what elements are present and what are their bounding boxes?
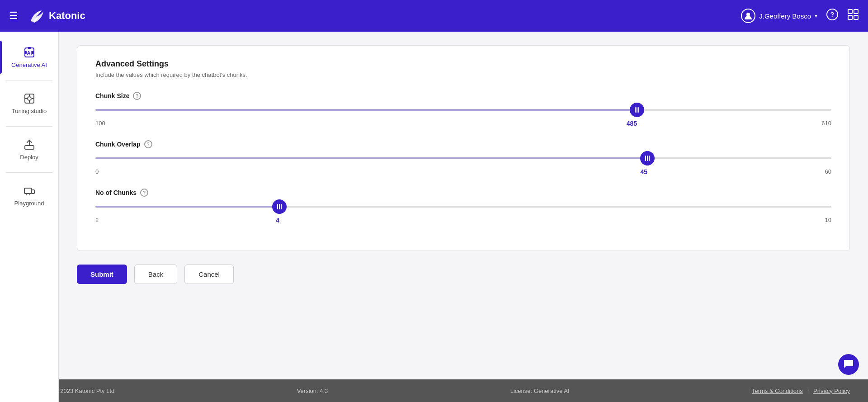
app-footer: Copyright 2023 Katonic Pty Ltd Version: … <box>0 379 868 402</box>
chunk-overlap-help-icon[interactable]: ? <box>144 140 152 148</box>
terms-conditions-link[interactable]: Terms & Conditions <box>752 388 803 394</box>
no-of-chunks-slider-container: 4 2 10 <box>95 206 831 223</box>
chunk-overlap-bounds: 0 60 <box>95 168 831 175</box>
no-of-chunks-min: 2 <box>95 217 99 223</box>
chunk-overlap-section: Chunk Overlap ? 45 0 <box>95 140 831 175</box>
thumb-line <box>645 156 646 161</box>
user-menu[interactable]: J.Geoffery Bosco ▾ <box>741 9 817 23</box>
playground-icon <box>23 184 36 197</box>
footer-version-text: Version: 4.3 <box>297 388 328 394</box>
svg-rect-3 <box>848 9 852 14</box>
footer-version: Version: 4.3 <box>297 388 328 394</box>
sidebar-item-playground[interactable]: Playground <box>0 179 58 212</box>
chunk-size-label: Chunk Size ? <box>95 92 831 100</box>
advanced-settings-card: Advanced Settings Include the values whi… <box>77 45 850 251</box>
chunk-overlap-slider-container: 45 0 60 <box>95 157 831 175</box>
chunk-size-max: 610 <box>821 120 831 127</box>
thumb-lines <box>277 204 282 209</box>
thumb-line <box>637 107 637 113</box>
thumb-line <box>635 107 636 113</box>
submit-button[interactable]: Submit <box>77 265 127 284</box>
user-name: J.Geoffery Bosco <box>759 12 811 20</box>
svg-rect-15 <box>24 188 32 194</box>
logo-text: Katonic <box>49 10 85 22</box>
thumb-line <box>277 204 278 209</box>
chat-bubble-icon <box>843 359 854 370</box>
footer-license-text: License: Generative AI <box>510 388 570 394</box>
no-of-chunks-label: No of Chunks ? <box>95 189 831 197</box>
svg-rect-11 <box>32 51 34 54</box>
hamburger-menu-icon[interactable]: ☰ <box>9 10 18 22</box>
svg-rect-6 <box>854 15 858 19</box>
svg-text:?: ? <box>830 11 835 18</box>
footer-links: Terms & Conditions | Privacy Policy <box>752 388 850 394</box>
expand-icon[interactable] <box>847 9 859 23</box>
sidebar-item-generative-ai[interactable]: AI Generative AI <box>0 41 58 74</box>
cancel-button[interactable]: Cancel <box>184 265 234 284</box>
thumb-line <box>647 156 648 161</box>
svg-rect-5 <box>848 15 852 19</box>
sidebar: AI Generative AI Tuning studio Deploy <box>0 32 59 402</box>
privacy-policy-link[interactable]: Privacy Policy <box>813 388 850 394</box>
logo-icon <box>27 7 45 25</box>
no-of-chunks-help-icon[interactable]: ? <box>140 189 148 197</box>
sidebar-divider-3 <box>6 172 52 173</box>
sidebar-divider-1 <box>6 80 52 80</box>
footer-divider: | <box>807 388 809 394</box>
no-of-chunks-value: 4 <box>276 217 279 224</box>
thumb-line <box>649 156 650 161</box>
chunk-size-help-icon[interactable]: ? <box>133 92 141 100</box>
no-of-chunks-thumb[interactable]: 4 <box>272 199 287 214</box>
no-of-chunks-bounds: 2 10 <box>95 217 831 223</box>
sidebar-divider-2 <box>6 126 52 127</box>
svg-rect-10 <box>25 51 27 54</box>
svg-point-0 <box>746 13 750 16</box>
thumb-line <box>281 204 282 209</box>
svg-rect-9 <box>28 47 31 49</box>
header-right: J.Geoffery Bosco ▾ ? <box>741 9 859 23</box>
chunk-overlap-thumb[interactable]: 45 <box>640 151 655 166</box>
chunk-overlap-value: 45 <box>640 168 647 175</box>
chunk-size-thumb[interactable]: 485 <box>630 103 644 117</box>
chevron-down-icon: ▾ <box>815 13 817 19</box>
thumb-lines <box>645 156 650 161</box>
tuning-studio-icon <box>23 92 36 105</box>
header-left: ☰ Katonic <box>9 7 85 25</box>
no-of-chunks-max: 10 <box>825 217 831 223</box>
sidebar-item-tuning-studio[interactable]: Tuning studio <box>0 87 58 120</box>
section-title: Advanced Settings <box>95 59 831 69</box>
chunk-size-section: Chunk Size ? 485 100 <box>95 92 831 127</box>
app-header: ☰ Katonic J.Geoffery Bosco ▾ ? <box>0 0 868 32</box>
svg-rect-14 <box>25 146 34 149</box>
thumb-line <box>279 204 280 209</box>
action-buttons: Submit Back Cancel <box>77 265 850 284</box>
thumb-line <box>638 107 639 113</box>
sidebar-item-deploy[interactable]: Deploy <box>0 133 58 166</box>
chunk-size-bounds: 100 610 <box>95 120 831 127</box>
sidebar-item-label: Deploy <box>20 154 38 161</box>
logo: Katonic <box>27 7 85 25</box>
help-icon[interactable]: ? <box>826 9 838 23</box>
no-of-chunks-track: 4 <box>95 206 831 208</box>
deploy-icon <box>23 138 36 151</box>
svg-rect-16 <box>32 190 34 194</box>
no-of-chunks-section: No of Chunks ? 4 2 <box>95 189 831 223</box>
chunk-size-fill <box>95 109 637 111</box>
sidebar-item-label: Tuning studio <box>12 108 47 114</box>
chunk-size-min: 100 <box>95 120 105 127</box>
sidebar-item-label: Playground <box>14 200 44 207</box>
chunk-overlap-label: Chunk Overlap ? <box>95 140 831 148</box>
no-of-chunks-fill <box>95 206 279 208</box>
chunk-size-value: 485 <box>627 120 637 127</box>
chat-bubble-button[interactable] <box>838 354 859 375</box>
chunk-overlap-fill <box>95 157 647 159</box>
chunk-size-slider-container: 485 100 610 <box>95 109 831 127</box>
main-content: Advanced Settings Include the values whi… <box>59 32 868 379</box>
chunk-size-track: 485 <box>95 109 831 111</box>
sidebar-item-label: Generative AI <box>11 61 47 68</box>
svg-rect-4 <box>854 9 858 14</box>
thumb-lines <box>635 107 639 113</box>
back-button[interactable]: Back <box>134 265 177 284</box>
chunk-overlap-track: 45 <box>95 157 831 159</box>
generative-ai-icon: AI <box>23 46 36 59</box>
